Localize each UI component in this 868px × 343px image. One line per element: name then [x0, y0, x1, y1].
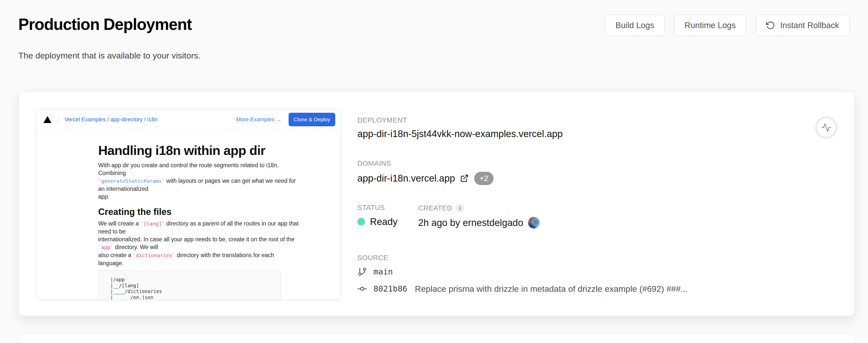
more-examples-link: More Examples → — [236, 116, 282, 123]
production-deployment-card: Vercel Examples / app-directory / i18n M… — [18, 91, 855, 316]
header-actions: Build Logs Runtime Logs Instant Rollback — [605, 14, 850, 36]
domains-label: DOMAINS — [358, 160, 804, 167]
git-commit-icon — [358, 284, 367, 293]
code-line: |______/en.json — [110, 294, 280, 300]
external-link-icon — [460, 174, 469, 183]
p2-line1: We will create a — [98, 220, 141, 227]
article-title: Handling i18n within app dir — [98, 143, 340, 158]
deployment-details: DEPLOYMENT app-dir-i18n-5jst44vkk-now-ex… — [358, 117, 804, 295]
status-label: STATUS — [358, 204, 385, 211]
domain-link[interactable]: app-dir-i18n.vercel.app — [358, 173, 469, 184]
commit-sha: 8021b86 — [373, 284, 407, 293]
build-logs-label: Build Logs — [615, 21, 654, 30]
runtime-logs-button[interactable]: Runtime Logs — [674, 14, 746, 36]
creator-avatar — [528, 216, 540, 229]
code-line: |____/dictionaries — [110, 288, 280, 294]
build-logs-button[interactable]: Build Logs — [605, 14, 664, 36]
more-domains-badge[interactable]: +2 — [474, 172, 494, 185]
article-paragraph-2: We will create a `[lang]` directory as a… — [98, 220, 299, 267]
page-title: Production Deployment — [18, 15, 192, 34]
domain-text: app-dir-i18n.vercel.app — [358, 173, 455, 184]
creating-files-heading: Creating the files — [98, 207, 340, 217]
info-icon[interactable]: i — [456, 204, 464, 212]
rollback-icon — [766, 21, 775, 30]
deployment-preview-thumbnail[interactable]: Vercel Examples / app-directory / i18n M… — [36, 109, 341, 300]
next-section-card — [18, 334, 855, 343]
activity-icon-button[interactable] — [815, 116, 838, 139]
instant-rollback-label: Instant Rollback — [780, 21, 839, 30]
preview-site-header: Vercel Examples / app-directory / i18n M… — [37, 110, 340, 130]
source-label: SOURCE — [358, 254, 804, 262]
page-subtitle: The deployment that is available to your… — [18, 51, 201, 61]
inline-code-app: `app` — [98, 244, 113, 250]
clone-deploy-button: Clone & Deploy — [288, 113, 335, 126]
p2-line3: also create a — [98, 252, 133, 258]
deployment-label: DEPLOYMENT — [358, 117, 804, 124]
code-line: |__/[lang] — [110, 283, 280, 289]
preview-article: Handling i18n within app dir With app di… — [37, 130, 340, 300]
p2-line2-rest: directory. We will — [113, 244, 158, 250]
inline-code-lang: `[lang]` — [141, 221, 164, 227]
vercel-triangle-logo-icon — [43, 116, 52, 123]
activity-pulse-icon — [821, 122, 832, 133]
git-branch-icon — [358, 267, 367, 277]
slash-divider — [57, 116, 60, 124]
p1-line3: app. — [98, 193, 110, 200]
inline-code-dictionaries: `dictionaries` — [133, 252, 175, 258]
file-tree-code-block: |/app|__/[lang]|____/dictionaries|______… — [98, 270, 281, 300]
preview-breadcrumb: Vercel Examples / app-directory / i18n — [65, 116, 158, 123]
created-label: CREATED — [418, 205, 452, 212]
status-ready-dot-icon — [358, 218, 365, 225]
article-paragraph-1: With app dir you create and control the … — [98, 161, 299, 200]
runtime-logs-label: Runtime Logs — [685, 21, 736, 30]
code-line: |/app — [110, 277, 280, 283]
p1-line1: With app dir you create and control the … — [98, 162, 279, 176]
commit-link[interactable]: 8021b86 Replace prisma with drizzle in m… — [358, 283, 804, 295]
p2-line2: internationalized. In case all your app … — [98, 236, 294, 243]
instant-rollback-button[interactable]: Instant Rollback — [755, 14, 850, 36]
branch-link[interactable]: main — [358, 266, 804, 278]
created-value: 2h ago by ernestdelgado — [418, 217, 523, 228]
status-value: Ready — [370, 216, 398, 227]
commit-message: Replace prisma with drizzle in metadata … — [415, 284, 688, 294]
branch-name: main — [373, 267, 393, 277]
inline-code-generateStaticParams: `generateStaticParams` — [98, 178, 165, 184]
deployment-url-link[interactable]: app-dir-i18n-5jst44vkk-now-examples.verc… — [358, 128, 804, 139]
